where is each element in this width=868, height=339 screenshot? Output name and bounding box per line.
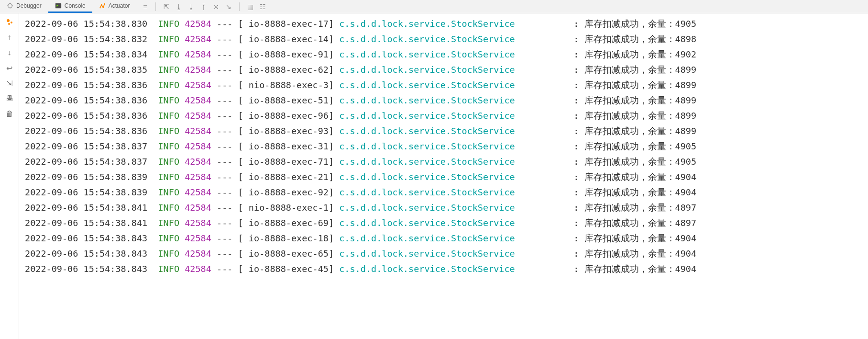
tab-console[interactable]: Console	[48, 0, 92, 13]
thread: [ io-8888-exec-92]	[238, 185, 334, 200]
print-icon[interactable]: 🖶	[5, 94, 14, 103]
log-level: INFO	[158, 170, 179, 185]
message: 库存扣减成功，余量：4904	[584, 231, 697, 246]
logger: c.s.d.d.lock.service.StockService	[339, 231, 573, 246]
thread: [ io-8888-exec-45]	[238, 261, 334, 277]
arrow-up-icon[interactable]: ↑	[5, 33, 14, 42]
thread: [ io-8888-exec-65]	[238, 246, 334, 261]
colon: :	[573, 62, 584, 78]
log-line: 2022-09-06 15:54:38.837 INFO 42584 --- […	[25, 154, 868, 170]
timestamp: 2022-09-06 15:54:38.830	[25, 16, 147, 32]
logger: c.s.d.d.lock.service.StockService	[339, 200, 573, 215]
colon: :	[573, 124, 584, 139]
thread: [ nio-8888-exec-3]	[238, 78, 334, 93]
timestamp: 2022-09-06 15:54:38.837	[25, 154, 147, 170]
message: 库存扣减成功，余量：4904	[584, 170, 697, 185]
thread: [ io-8888-exec-71]	[238, 154, 334, 170]
logger: c.s.d.d.lock.service.StockService	[339, 139, 573, 154]
logger: c.s.d.d.lock.service.StockService	[339, 32, 573, 47]
upload-icon[interactable]: ⭱	[200, 3, 208, 11]
timestamp: 2022-09-06 15:54:38.839	[25, 185, 147, 200]
download-icon-2[interactable]: ⭳	[187, 3, 195, 11]
console-gutter: ↑ ↓ ↩ ⇲ 🖶 🗑	[0, 13, 19, 339]
pid: 42584	[185, 16, 211, 32]
thread: [ io-8888-exec-17]	[238, 16, 334, 32]
clear-icon[interactable]: 🗑	[5, 109, 14, 119]
dash: ---	[217, 78, 232, 93]
log-level: INFO	[158, 154, 179, 170]
pid: 42584	[185, 93, 211, 108]
log-line: 2022-09-06 15:54:38.836 INFO 42584 --- […	[25, 78, 868, 93]
soft-wrap-icon[interactable]: ↩	[5, 63, 14, 73]
message: 库存扣减成功，余量：4905	[584, 16, 697, 32]
log-level: INFO	[158, 78, 179, 93]
message: 库存扣减成功，余量：4902	[584, 47, 697, 62]
dash: ---	[217, 139, 232, 154]
arrow-down-icon[interactable]: ↓	[5, 48, 14, 57]
log-line: 2022-09-06 15:54:38.841 INFO 42584 --- […	[25, 200, 868, 215]
dash: ---	[217, 215, 232, 231]
download-icon[interactable]: ⭳	[175, 3, 183, 11]
dash: ---	[217, 154, 232, 170]
actuator-icon	[99, 2, 106, 9]
message: 库存扣减成功，余量：4897	[584, 215, 697, 231]
thread: [ io-8888-exec-96]	[238, 108, 334, 124]
pid: 42584	[185, 108, 211, 124]
pid: 42584	[185, 124, 211, 139]
logger: c.s.d.d.lock.service.StockService	[339, 16, 573, 32]
scroll-to-end-icon[interactable]: ⇲	[5, 79, 14, 88]
timestamp: 2022-09-06 15:54:38.843	[25, 261, 147, 277]
message: 库存扣减成功，余量：4899	[584, 78, 697, 93]
tab-debugger[interactable]: Debugger	[0, 0, 48, 13]
tab-actuator[interactable]: Actuator	[92, 0, 137, 13]
bug-icon	[7, 2, 13, 9]
swap-icon[interactable]: ⤭	[212, 3, 220, 11]
pid: 42584	[185, 47, 211, 62]
separator	[155, 2, 156, 11]
dash: ---	[217, 32, 232, 47]
logger: c.s.d.d.lock.service.StockService	[339, 261, 573, 277]
log-line: 2022-09-06 15:54:38.832 INFO 42584 --- […	[25, 32, 868, 47]
settings-icon[interactable]: ☷	[259, 3, 266, 11]
log-level: INFO	[158, 139, 179, 154]
logger: c.s.d.d.lock.service.StockService	[339, 185, 573, 200]
thread: [ io-8888-exec-14]	[238, 32, 334, 47]
dash: ---	[217, 93, 232, 108]
scroll-to-end-up-icon[interactable]: ⇱	[163, 3, 170, 11]
message: 库存扣减成功，余量：4904	[584, 185, 697, 200]
attach-icon[interactable]	[5, 17, 14, 27]
console-icon	[55, 2, 62, 9]
logger: c.s.d.d.lock.service.StockService	[339, 78, 573, 93]
console-output[interactable]: 2022-09-06 15:54:38.830 INFO 42584 --- […	[19, 13, 868, 339]
logger: c.s.d.d.lock.service.StockService	[339, 154, 573, 170]
logger: c.s.d.d.lock.service.StockService	[339, 62, 573, 78]
pid: 42584	[185, 78, 211, 93]
dash: ---	[217, 185, 232, 200]
tabs: Debugger Console Actuator	[0, 0, 136, 13]
pid: 42584	[185, 215, 211, 231]
logger: c.s.d.d.lock.service.StockService	[339, 124, 573, 139]
colon: :	[573, 185, 584, 200]
message: 库存扣减成功，余量：4904	[584, 246, 697, 261]
log-line: 2022-09-06 15:54:38.836 INFO 42584 --- […	[25, 108, 868, 124]
log-line: 2022-09-06 15:54:38.835 INFO 42584 --- […	[25, 62, 868, 78]
pid: 42584	[185, 139, 211, 154]
step-icon[interactable]: ↘	[225, 3, 232, 11]
dash: ---	[217, 108, 232, 124]
colon: :	[573, 47, 584, 62]
pid: 42584	[185, 154, 211, 170]
separator	[239, 2, 240, 11]
pid: 42584	[185, 231, 211, 246]
log-line: 2022-09-06 15:54:38.841 INFO 42584 --- […	[25, 215, 868, 231]
layout-icon[interactable]: ≡	[141, 3, 149, 11]
colon: :	[573, 261, 584, 277]
colon: :	[573, 139, 584, 154]
tab-label: Actuator	[109, 2, 130, 9]
tab-label: Console	[65, 2, 86, 9]
pid: 42584	[185, 200, 211, 215]
log-level: INFO	[158, 185, 179, 200]
message: 库存扣减成功，余量：4898	[584, 32, 697, 47]
colon: :	[573, 231, 584, 246]
timestamp: 2022-09-06 15:54:38.836	[25, 78, 147, 93]
calc-icon[interactable]: ▦	[246, 3, 254, 11]
